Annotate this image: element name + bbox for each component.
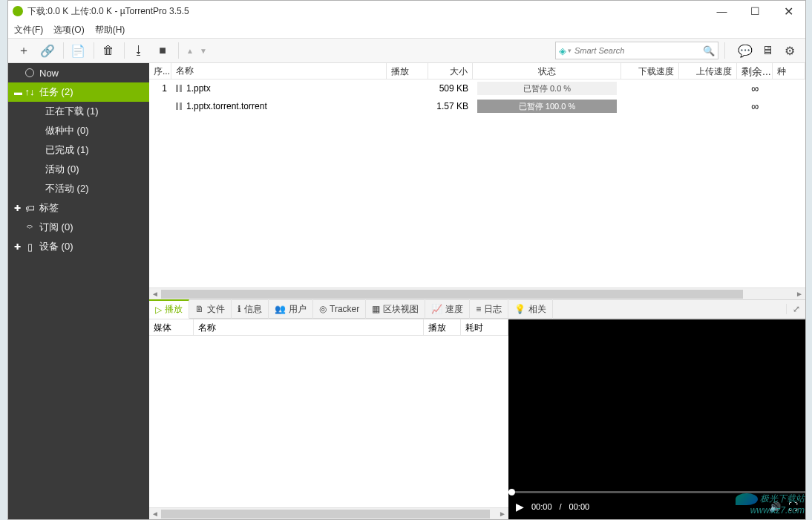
tab-related[interactable]: 💡相关	[508, 299, 553, 319]
app-window: 下载:0.0 K 上传:0.0 K - µTorrentPro 3.5.5 — …	[7, 0, 806, 520]
sidebar-item-inactive[interactable]: 不活动 (2)	[8, 179, 149, 198]
collapse-icon[interactable]: ▬	[14, 88, 23, 97]
col-media-duration[interactable]: 耗时	[461, 319, 508, 335]
globe-icon	[25, 68, 34, 77]
stop-button[interactable]: ■	[151, 39, 174, 62]
collapse-panel-button[interactable]: ⤢	[786, 304, 805, 314]
col-media-play[interactable]: 播放	[424, 319, 461, 335]
sidebar-label: 做种中 (0)	[45, 124, 89, 137]
close-button[interactable]: ✕	[772, 1, 805, 22]
tracker-icon: ◎	[319, 304, 327, 314]
tab-log[interactable]: ≡日志	[470, 299, 508, 319]
start-button[interactable]: ⭳	[128, 39, 150, 62]
scroll-thumb[interactable]	[161, 290, 743, 299]
scroll-right-icon[interactable]: ►	[497, 510, 508, 518]
peers-icon: 👥	[275, 304, 286, 314]
toolbar-separator	[178, 42, 179, 59]
col-media[interactable]: 媒体	[149, 319, 194, 335]
seek-handle[interactable]	[508, 489, 515, 495]
add-url-button[interactable]: 🔗	[36, 39, 59, 62]
menu-file[interactable]: 文件(F)	[14, 24, 43, 36]
tab-files[interactable]: 🗎文件	[189, 299, 232, 319]
media-horizontal-scrollbar[interactable]: ◄ ►	[149, 507, 508, 519]
play-icon: ▷	[155, 305, 162, 315]
media-list-header: 媒体 名称 播放 耗时	[149, 319, 508, 336]
sidebar-label: 不活动 (2)	[45, 182, 89, 195]
transfer-icon: ↑↓	[23, 89, 36, 95]
search-dropdown-icon[interactable]: ▾	[568, 47, 572, 54]
scroll-left-icon[interactable]: ◄	[149, 510, 161, 518]
tab-play[interactable]: ▷播放	[149, 299, 189, 319]
menu-help[interactable]: 帮助(H)	[95, 24, 125, 36]
col-status[interactable]: 状态	[473, 63, 621, 79]
maximize-button[interactable]: ☐	[739, 1, 772, 22]
col-size[interactable]: 大小	[428, 63, 473, 79]
search-icon[interactable]: 🔍	[703, 45, 715, 56]
scroll-thumb[interactable]	[161, 510, 490, 519]
sidebar-item-active[interactable]: 活动 (0)	[8, 160, 149, 179]
sidebar-item-feeds[interactable]: ⌔ 订阅 (0)	[8, 218, 149, 237]
col-media-name[interactable]: 名称	[194, 319, 424, 335]
remote-button[interactable]: 🖥	[756, 39, 779, 62]
cell-eta: ∞	[737, 82, 773, 94]
col-play[interactable]: 播放	[387, 63, 428, 79]
horizontal-scrollbar[interactable]: ◄ ►	[149, 287, 805, 299]
create-torrent-button[interactable]: 📄	[67, 39, 89, 62]
minimize-button[interactable]: —	[705, 1, 739, 22]
play-button[interactable]: ▶	[516, 501, 524, 513]
seek-bar[interactable]	[508, 491, 805, 493]
col-index[interactable]: 序...	[149, 63, 171, 79]
move-down-button[interactable]: ▼	[197, 47, 210, 55]
sidebar: Now ▬ ↑↓ 任务 (2) 正在下载 (1) 做种中 (0) 已完成 (1)…	[8, 63, 149, 519]
info-icon: ℹ	[238, 304, 241, 314]
tab-peers[interactable]: 👥用户	[269, 299, 313, 319]
col-extra[interactable]: 种	[773, 63, 805, 79]
col-download-speed[interactable]: 下载速度	[621, 63, 679, 79]
utorrent-logo-icon	[13, 6, 23, 16]
volume-button[interactable]: 🔊	[769, 501, 781, 513]
add-torrent-button[interactable]: ＋	[13, 39, 35, 62]
scroll-right-icon[interactable]: ►	[793, 290, 805, 298]
media-list-body[interactable]	[149, 336, 508, 507]
sidebar-item-devices[interactable]: ✚ ▯ 设备 (0)	[8, 237, 149, 256]
torrent-row[interactable]: 1.pptx.torrent.torrent 1.57 KB 已暂停 100.0…	[149, 97, 805, 115]
torrent-list-body[interactable]: 1 1.pptx 509 KB 已暂停 0.0 % ∞ 1.pptx.torre…	[149, 79, 805, 287]
move-up-button[interactable]: ▲	[183, 47, 197, 55]
detail-tabbar: ▷播放 🗎文件 ℹ信息 👥用户 ◎Tracker ▦区块视图 📈速度 ≡日志 💡…	[149, 299, 805, 319]
remove-button[interactable]: 🗑	[97, 39, 119, 62]
pieces-icon: ▦	[372, 304, 380, 314]
expand-icon[interactable]: ✚	[14, 242, 23, 252]
settings-button[interactable]: ⚙	[779, 39, 801, 62]
tab-pieces[interactable]: ▦区块视图	[366, 299, 425, 319]
shield-icon: ◈	[559, 45, 566, 56]
cell-eta: ∞	[737, 100, 773, 112]
sidebar-item-completed[interactable]: 已完成 (1)	[8, 140, 149, 160]
rss-icon: ⌔	[23, 222, 36, 233]
current-time: 00:00	[531, 502, 552, 511]
toolbar-separator	[724, 42, 725, 59]
chat-button[interactable]: 💬	[734, 39, 756, 62]
cell-status: 已暂停 0.0 %	[473, 82, 621, 95]
sidebar-item-downloading[interactable]: 正在下载 (1)	[8, 102, 149, 121]
sidebar-item-now[interactable]: Now	[8, 63, 149, 82]
total-time: 00:00	[569, 502, 590, 511]
sidebar-item-tasks[interactable]: ▬ ↑↓ 任务 (2)	[8, 82, 149, 102]
tab-speed[interactable]: 📈速度	[425, 299, 470, 319]
col-eta[interactable]: 剩余...	[737, 63, 773, 79]
scroll-left-icon[interactable]: ◄	[149, 290, 161, 298]
fullscreen-button[interactable]: ⛶	[788, 501, 798, 513]
speed-icon: 📈	[431, 304, 442, 314]
col-upload-speed[interactable]: 上传速度	[679, 63, 737, 79]
expand-icon[interactable]: ✚	[14, 204, 23, 213]
tab-tracker[interactable]: ◎Tracker	[313, 299, 366, 319]
video-canvas[interactable]	[508, 319, 805, 494]
sidebar-item-seeding[interactable]: 做种中 (0)	[8, 121, 149, 140]
toolbar: ＋ 🔗 📄 🗑 ⭳ ■ ▲ ▼ ◈ ▾ 🔍 💬 🖥 ⚙	[8, 38, 805, 63]
tab-info[interactable]: ℹ信息	[232, 299, 269, 319]
col-name[interactable]: 名称	[171, 63, 387, 79]
sidebar-item-labels[interactable]: ✚ 🏷 标签	[8, 198, 149, 218]
sidebar-label: 正在下载 (1)	[45, 105, 99, 118]
menu-options[interactable]: 选项(O)	[53, 24, 84, 36]
search-input[interactable]	[574, 46, 703, 55]
torrent-row[interactable]: 1 1.pptx 509 KB 已暂停 0.0 % ∞	[149, 79, 805, 97]
